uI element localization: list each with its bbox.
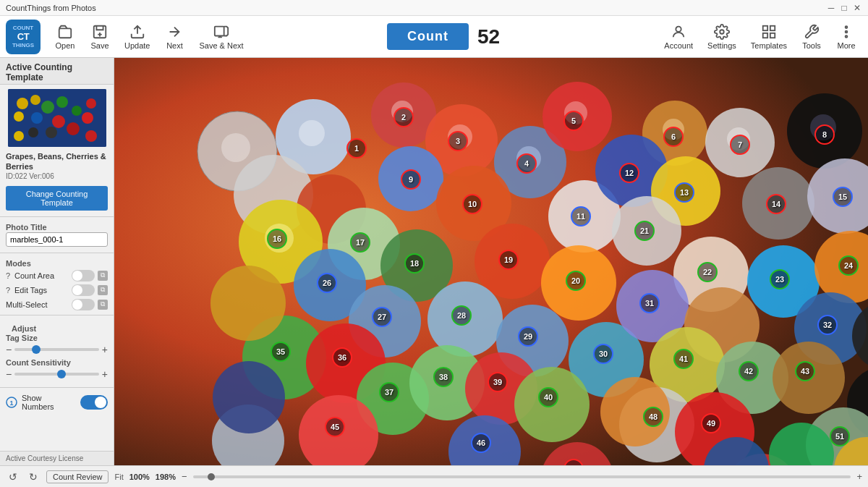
marker-31[interactable]: 31 [639, 293, 660, 313]
tag-size-thumb[interactable] [32, 345, 41, 354]
photo-title-label: Photo Title [0, 220, 114, 232]
marker-47[interactable]: 47 [563, 459, 584, 465]
show-numbers-toggle[interactable] [80, 395, 108, 410]
count-area-toggle[interactable] [72, 270, 95, 281]
sensitivity-decrease[interactable]: − [6, 368, 12, 380]
sensitivity-increase[interactable]: + [102, 368, 108, 380]
marker-36[interactable]: 36 [332, 347, 352, 368]
marker-39[interactable]: 39 [488, 372, 508, 392]
svg-point-17 [56, 96, 68, 108]
marker-22[interactable]: 22 [697, 262, 718, 282]
marker-51[interactable]: 51 [830, 426, 850, 446]
marker-42[interactable]: 42 [739, 361, 759, 381]
marker-40[interactable]: 40 [538, 387, 558, 407]
marker-49[interactable]: 49 [701, 413, 721, 433]
tools-label: Tools [802, 41, 821, 50]
edit-tags-copy[interactable]: ⧉ [98, 285, 108, 295]
marker-18[interactable]: 18 [404, 253, 425, 274]
marker-19[interactable]: 19 [498, 250, 519, 270]
marker-17[interactable]: 17 [350, 232, 370, 253]
sensitivity-thumb[interactable] [57, 370, 66, 378]
template-preview [8, 89, 106, 147]
minimize-button[interactable]: ─ [826, 3, 836, 13]
undo-button[interactable]: ↺ [6, 470, 20, 484]
marker-41[interactable]: 41 [673, 349, 694, 369]
marker-30[interactable]: 30 [593, 344, 613, 364]
marker-35[interactable]: 35 [271, 342, 291, 362]
tag-size-label: Tag Size [6, 334, 108, 342]
marker-11[interactable]: 11 [571, 206, 591, 226]
tag-size-increase[interactable]: + [102, 344, 108, 355]
marker-14[interactable]: 14 [766, 194, 786, 214]
tools-button[interactable]: Tools [796, 21, 827, 53]
marker-12[interactable]: 12 [619, 163, 639, 183]
marker-16[interactable]: 16 [267, 229, 287, 249]
window-controls: ─ □ ✕ [826, 3, 862, 13]
marker-27[interactable]: 27 [372, 307, 392, 327]
count-button[interactable]: Count [387, 23, 469, 50]
more-button[interactable]: More [830, 21, 862, 53]
open-button[interactable]: Open [49, 21, 81, 53]
zoom-increase-button[interactable]: + [856, 471, 862, 482]
redo-button[interactable]: ↻ [26, 470, 41, 484]
marker-46[interactable]: 46 [471, 433, 491, 453]
marker-15[interactable]: 15 [833, 187, 853, 207]
marker-20[interactable]: 20 [566, 271, 586, 291]
multi-select-copy[interactable]: ⧉ [98, 300, 108, 310]
marker-45[interactable]: 45 [325, 417, 345, 437]
save-button[interactable]: Save [84, 21, 116, 53]
next-button[interactable]: Next [158, 21, 190, 53]
zoom-thumb[interactable] [208, 473, 215, 480]
edit-tags-help[interactable]: ? [6, 286, 12, 295]
marker-43[interactable]: 43 [795, 361, 815, 381]
multi-select-toggle[interactable] [72, 299, 95, 310]
marker-23[interactable]: 23 [770, 269, 790, 289]
tag-size-decrease[interactable]: − [6, 344, 12, 355]
photo-title-input[interactable] [6, 232, 108, 247]
show-numbers-icon: 1 [6, 397, 17, 408]
update-button[interactable]: Update [119, 21, 156, 53]
marker-26[interactable]: 26 [317, 273, 337, 293]
edit-tags-toggle[interactable] [72, 284, 95, 296]
count-area-copy[interactable]: ⧉ [98, 271, 108, 281]
marker-37[interactable]: 37 [379, 382, 399, 402]
marker-28[interactable]: 28 [451, 305, 472, 326]
zoom-track[interactable] [193, 475, 851, 478]
marker-5[interactable]: 5 [563, 111, 584, 131]
restore-button[interactable]: □ [839, 3, 849, 13]
svg-point-21 [67, 122, 80, 135]
count-review-button[interactable]: Count Review [46, 470, 109, 483]
close-button[interactable]: ✕ [852, 3, 862, 13]
marker-13[interactable]: 13 [674, 182, 694, 203]
marker-24[interactable]: 24 [838, 255, 859, 276]
marker-4[interactable]: 4 [516, 153, 537, 174]
marker-29[interactable]: 29 [518, 326, 538, 347]
marker-48[interactable]: 48 [643, 407, 663, 427]
save-next-button[interactable]: Save & Next [193, 21, 249, 53]
change-template-button[interactable]: Change Counting Template [6, 186, 108, 211]
marker-38[interactable]: 38 [433, 367, 454, 387]
marker-10[interactable]: 10 [462, 194, 482, 214]
zoom-decrease-button[interactable]: − [182, 471, 187, 482]
marker-32[interactable]: 32 [817, 315, 838, 335]
open-icon [57, 24, 73, 40]
marker-3[interactable]: 3 [448, 131, 468, 151]
settings-button[interactable]: Settings [702, 21, 742, 53]
account-button[interactable]: Account [658, 21, 699, 53]
tag-size-track[interactable] [14, 348, 99, 351]
image-area[interactable]: 1234567891011121314151617181920212223242… [114, 58, 868, 465]
marker-7[interactable]: 7 [730, 135, 750, 155]
marker-9[interactable]: 9 [401, 169, 421, 190]
marker-6[interactable]: 6 [663, 127, 684, 147]
marker-2[interactable]: 2 [393, 107, 414, 127]
marker-1[interactable]: 1 [346, 138, 367, 158]
modes-label: Modes [0, 256, 114, 268]
marker-21[interactable]: 21 [634, 221, 655, 241]
svg-point-16 [41, 101, 54, 114]
count-area-help[interactable]: ? [6, 271, 12, 280]
marker-8[interactable]: 8 [814, 124, 835, 145]
templates-button[interactable]: Templates [745, 21, 793, 53]
sensitivity-track[interactable] [14, 373, 99, 376]
svg-point-25 [85, 130, 97, 142]
svg-point-9 [846, 26, 848, 28]
